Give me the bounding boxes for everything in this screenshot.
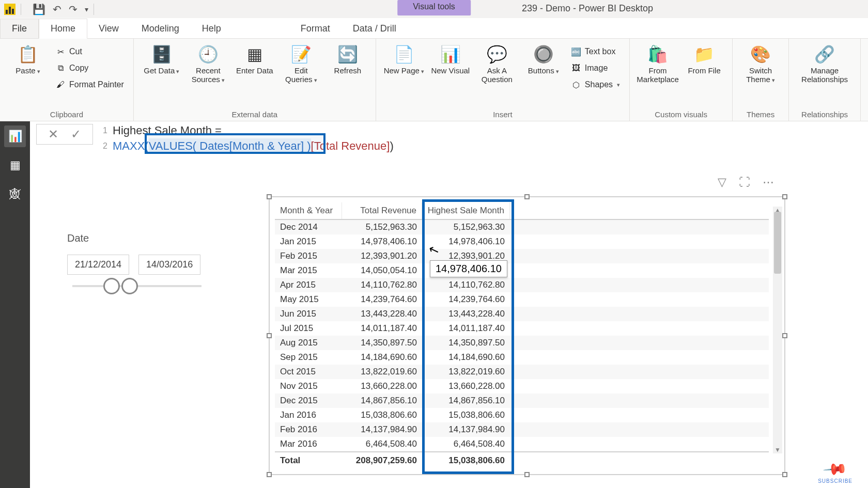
tab-modeling[interactable]: Modeling — [130, 19, 191, 38]
image-button[interactable]: 🖼Image — [569, 60, 622, 76]
header-month-year[interactable]: Month & Year — [275, 202, 342, 219]
switch-theme-button[interactable]: 🎨Switch Theme — [740, 42, 781, 84]
more-options-icon[interactable]: ⋯ — [763, 176, 774, 189]
save-icon[interactable]: 💾 — [33, 3, 45, 15]
table-row[interactable]: Aug 201514,350,897.5014,350,897.50 — [275, 336, 769, 350]
value-tooltip: 14,978,406.10 — [430, 260, 507, 277]
buttons-label: Buttons — [528, 67, 559, 75]
filter-icon[interactable]: ▽ — [718, 176, 726, 189]
tab-file[interactable]: File — [0, 19, 39, 38]
formula-line-1: Highest Sale Month = — [113, 123, 222, 138]
format-painter-button[interactable]: 🖌Format Painter — [54, 77, 126, 92]
new-page-button[interactable]: 📄New Page — [383, 42, 425, 75]
refresh-button[interactable]: 🔄Refresh — [327, 42, 368, 75]
date-slicer[interactable]: Date 21/12/2014 14/03/2016 — [67, 232, 212, 287]
table-row[interactable]: Apr 201514,110,762.8014,110,762.80 — [275, 278, 769, 292]
formula-commit-icon[interactable]: ✓ — [71, 127, 81, 141]
cell-month-year: Oct 2015 — [275, 365, 342, 379]
scroll-thumb[interactable] — [774, 212, 781, 274]
enter-data-button[interactable]: ▦Enter Data — [234, 42, 275, 75]
recent-sources-button[interactable]: 🕘Recent Sources — [188, 42, 229, 84]
refresh-icon: 🔄 — [337, 44, 358, 65]
table-row[interactable]: Nov 201513,660,228.0013,660,228.00 — [275, 379, 769, 393]
get-data-button[interactable]: 🗄️Get Data — [141, 42, 182, 75]
resize-handle[interactable] — [782, 194, 787, 199]
from-marketplace-button[interactable]: 🛍️From Marketplace — [637, 42, 678, 84]
table-row[interactable]: Feb 201512,393,901.2012,393,901.20 — [275, 249, 769, 263]
resize-handle[interactable] — [267, 194, 272, 199]
slicer-title: Date — [67, 232, 212, 244]
focus-mode-icon[interactable]: ⛶ — [739, 176, 750, 189]
enter-data-label: Enter Data — [236, 67, 273, 75]
resize-handle[interactable] — [782, 472, 787, 477]
slicer-handle-from[interactable] — [103, 278, 120, 294]
table-row[interactable]: Jun 201513,443,228.4013,443,228.40 — [275, 307, 769, 321]
cell-month-year: May 2015 — [275, 292, 342, 307]
table-row[interactable]: Sep 201514,184,690.6014,184,690.60 — [275, 350, 769, 365]
model-view-button[interactable]: 🕸 — [4, 183, 26, 205]
manage-relationships-button[interactable]: 🔗Manage Relationships — [796, 42, 853, 84]
table-row[interactable]: Mar 20166,464,508.406,464,508.40 — [275, 437, 769, 451]
textbox-button[interactable]: 🔤Text box — [569, 44, 622, 59]
slicer-track[interactable] — [72, 285, 202, 287]
header-total-revenue[interactable]: Total Revenue — [342, 202, 422, 219]
scroll-down-icon[interactable]: ▼ — [773, 446, 782, 453]
cell-total-revenue: 14,978,406.10 — [342, 234, 422, 249]
new-visual-button[interactable]: 📊New Visual — [430, 42, 471, 75]
shapes-button[interactable]: ⬡Shapes — [569, 77, 622, 92]
resize-handle[interactable] — [267, 472, 272, 477]
tab-data-drill[interactable]: Data / Drill — [342, 19, 408, 38]
table-row[interactable]: Feb 201614,137,984.9014,137,984.90 — [275, 422, 769, 437]
resize-handle[interactable] — [524, 472, 530, 477]
table-row[interactable]: May 201514,239,764.6014,239,764.60 — [275, 292, 769, 307]
resize-handle[interactable] — [782, 333, 787, 338]
report-view-button[interactable]: 📊 — [4, 125, 26, 147]
tab-format[interactable]: Format — [289, 19, 342, 38]
window-title: 239 - Demo - Power BI Desktop — [522, 3, 653, 14]
copy-button[interactable]: ⧉Copy — [54, 60, 126, 76]
new-visual-label: New Visual — [431, 67, 470, 75]
table-row[interactable]: Dec 201514,867,856.1014,867,856.10 — [275, 393, 769, 408]
tab-view[interactable]: View — [87, 19, 130, 38]
redo-icon[interactable]: ↷ — [69, 3, 78, 15]
cell-month-year: Jan 2016 — [275, 408, 342, 422]
table-row[interactable]: Dec 20145,152,963.305,152,963.30 — [275, 220, 769, 234]
group-relationships: 🔗Manage Relationships Relationships — [789, 39, 861, 121]
qat-customize-icon[interactable]: ▾ — [85, 5, 88, 13]
formula-editor[interactable]: 1Highest Sale Month = 2 MAXX( VALUES( Da… — [97, 123, 863, 154]
paste-button[interactable]: 📋 Paste — [7, 42, 49, 75]
cell-month-year: Sep 2015 — [275, 350, 342, 365]
report-canvas[interactable]: Date 21/12/2014 14/03/2016 ▽ ⛶ ⋯ Month &… — [36, 165, 863, 483]
cell-month-year: Feb 2016 — [275, 422, 342, 437]
header-highest-sale-month[interactable]: Highest Sale Month — [422, 202, 510, 219]
slicer-handle-to[interactable] — [121, 278, 138, 294]
ask-question-button[interactable]: 💬Ask A Question — [476, 42, 518, 84]
edit-queries-button[interactable]: 📝Edit Queries — [281, 42, 322, 84]
table-row[interactable]: Mar 201514,050,054.1014,050,054.10 — [275, 263, 769, 278]
resize-handle[interactable] — [524, 194, 530, 199]
table-visual[interactable]: ▽ ⛶ ⋯ Month & Year Total Revenue Highest… — [269, 196, 785, 475]
cell-highest-sale: 14,011,187.40 — [422, 321, 510, 336]
cell-month-year: Dec 2015 — [275, 393, 342, 408]
formula-end: ) — [390, 138, 393, 154]
slicer-from-input[interactable]: 21/12/2014 — [67, 255, 129, 275]
get-data-label: Get Data — [144, 67, 179, 75]
slicer-to-input[interactable]: 14/03/2016 — [138, 255, 200, 275]
formula-cancel-icon[interactable]: ✕ — [48, 127, 58, 141]
cut-button[interactable]: ✂Cut — [54, 44, 126, 59]
table-row[interactable]: Jan 201514,978,406.1014,978,406.10 — [275, 234, 769, 249]
buttons-button[interactable]: 🔘Buttons — [523, 42, 564, 75]
undo-icon[interactable]: ↶ — [53, 3, 61, 15]
tab-help[interactable]: Help — [191, 19, 233, 38]
resize-handle[interactable] — [267, 333, 272, 338]
tab-home[interactable]: Home — [39, 19, 87, 39]
table-row[interactable]: Jan 201615,038,806.6015,038,806.60 — [275, 408, 769, 422]
cell-highest-sale: 14,137,984.90 — [422, 422, 510, 437]
from-file-button[interactable]: 📁From File — [684, 42, 725, 75]
table-row[interactable]: Oct 201513,822,019.6013,822,019.60 — [275, 365, 769, 379]
subscribe-watermark: 📌 SUBSCRIBE — [818, 460, 853, 484]
table-row[interactable]: Jul 201514,011,187.4014,011,187.40 — [275, 321, 769, 336]
group-custom-label: Custom visuals — [637, 108, 725, 120]
data-view-button[interactable]: ▦ — [4, 154, 26, 176]
scrollbar-vertical[interactable]: ▲ ▼ — [773, 207, 782, 453]
